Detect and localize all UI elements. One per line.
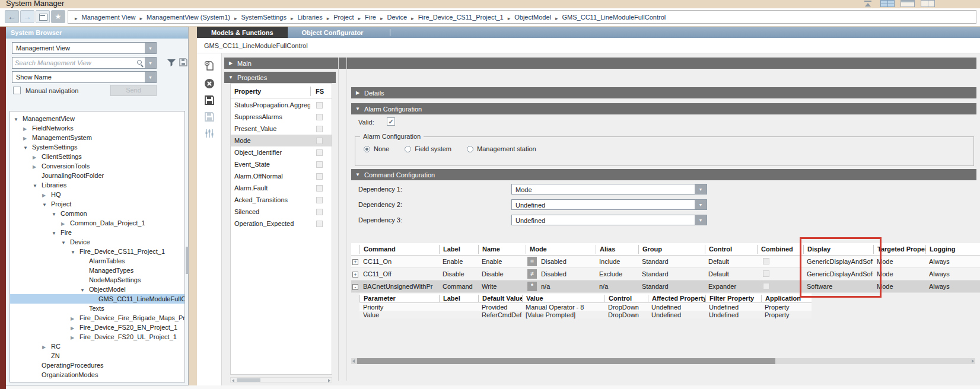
tree-item[interactable]: HQ: [10, 190, 184, 199]
expand-icon[interactable]: [224, 60, 237, 66]
dependency-select[interactable]: Mode: [511, 184, 707, 194]
column-header[interactable]: Display: [803, 245, 873, 254]
tree-item[interactable]: OrganizationModes: [10, 370, 184, 380]
search-input[interactable]: [15, 58, 128, 68]
panel-splitter[interactable]: [338, 58, 339, 381]
fs-checkbox[interactable]: [316, 126, 323, 132]
section-main[interactable]: Main: [224, 58, 976, 69]
property-row[interactable]: Acked_Transitions: [231, 194, 332, 206]
property-row[interactable]: Alarm.Fault: [231, 182, 332, 194]
view-select-dropdown-icon[interactable]: [145, 43, 156, 53]
breadcrumb-item[interactable]: ManagementView (System1): [135, 12, 230, 23]
column-header[interactable]: Parameter: [359, 295, 439, 302]
tree-item[interactable]: Common_Data_Project_1: [10, 218, 184, 228]
property-row[interactable]: Event_State: [231, 158, 332, 170]
tree-scrollbar-thumb[interactable]: [186, 247, 189, 274]
scroll-left-icon[interactable]: [352, 359, 355, 363]
tree-expander-icon[interactable]: [14, 115, 23, 125]
tree-item[interactable]: FieldNetworks: [10, 123, 184, 133]
row-expander-icon[interactable]: +: [352, 259, 358, 265]
column-header[interactable]: Control: [604, 295, 648, 302]
content-scrollbar-thumb[interactable]: [357, 358, 775, 364]
radio-icon[interactable]: [405, 146, 411, 152]
fs-checkbox[interactable]: [316, 209, 323, 215]
forward-button[interactable]: →: [20, 10, 34, 23]
content-horizontal-scrollbar[interactable]: [351, 358, 975, 364]
breadcrumb-item[interactable]: SystemSettings: [230, 12, 287, 23]
fs-checkbox[interactable]: [316, 102, 323, 109]
tree-expander-icon[interactable]: [33, 381, 42, 382]
property-row[interactable]: Alarm.OffNormal: [231, 170, 332, 182]
column-header[interactable]: Control: [705, 245, 757, 254]
property-row[interactable]: Mode: [231, 135, 332, 146]
radio-icon[interactable]: [364, 146, 370, 152]
fs-checkbox[interactable]: [316, 221, 323, 227]
tree-item[interactable]: Fire: [10, 228, 184, 237]
section-alarm-configuration[interactable]: Alarm Configuration: [351, 103, 976, 114]
command-row[interactable]: - BACnetUnsignedWithPr Command Write *n/…: [351, 280, 980, 293]
parameter-row[interactable]: Value ReferCmdDef [Value Prompted] DropD…: [359, 311, 812, 318]
tree-item[interactable]: ManagementSystem: [10, 133, 184, 142]
tree-item[interactable]: NodeMapSettings: [10, 275, 184, 285]
tree-item[interactable]: RC: [10, 342, 184, 351]
column-header[interactable]: Targeted Property: [873, 245, 925, 254]
column-header[interactable]: Label: [439, 295, 478, 302]
dependency-dropdown-icon[interactable]: [695, 184, 707, 194]
breadcrumb-item[interactable]: Fire_Device_CS11_Project_1: [407, 12, 504, 23]
column-header[interactable]: Group: [638, 245, 705, 254]
tree-item[interactable]: Fire_Device_CS11_Project_1: [10, 247, 184, 256]
properties-scrollbar-thumb[interactable]: [237, 378, 260, 382]
tree-item[interactable]: Texts: [10, 304, 184, 313]
tree-expander-icon[interactable]: [52, 229, 61, 238]
breadcrumb-item[interactable]: Project: [323, 12, 354, 23]
collapse-icon[interactable]: [351, 106, 364, 111]
dependency-dropdown-icon[interactable]: [695, 215, 707, 225]
collapse-icon[interactable]: [351, 172, 364, 177]
tree-item[interactable]: ZN: [10, 351, 184, 361]
fs-checkbox[interactable]: [316, 185, 323, 192]
single-window-layout-icon[interactable]: [901, 0, 915, 7]
tree-item[interactable]: AlarmTables: [10, 256, 184, 266]
save-as-icon[interactable]: [204, 111, 215, 122]
tree-item[interactable]: ClientSettings: [10, 152, 184, 161]
properties-horizontal-scrollbar[interactable]: [230, 377, 332, 382]
column-header[interactable]: Mode: [526, 245, 596, 254]
split-window-layout-icon[interactable]: [921, 0, 935, 7]
tree-item[interactable]: SystemSettings: [10, 142, 184, 152]
tree-item[interactable]: ConversionTools: [10, 161, 184, 171]
view-select[interactable]: Management View: [12, 42, 157, 54]
tree-item[interactable]: Fire_Device_FS20_UL_Project_1: [10, 332, 184, 342]
new-document-icon[interactable]: [204, 60, 215, 71]
combined-checkbox[interactable]: [763, 270, 769, 277]
command-row[interactable]: + CC11_On Enable Enable =Disabled Includ…: [351, 256, 980, 268]
fs-checkbox[interactable]: [316, 114, 323, 120]
tree-item[interactable]: Fire_Device_Fire_Brigade_Maps_Project_1: [10, 313, 184, 323]
column-header[interactable]: Filter Property: [705, 295, 761, 302]
tree-vertical-scrollbar[interactable]: [186, 111, 189, 382]
dependency-select[interactable]: Undefined: [511, 215, 707, 225]
send-button[interactable]: Send: [110, 85, 157, 96]
row-expander-icon[interactable]: +: [352, 272, 358, 278]
expand-icon[interactable]: [351, 90, 364, 95]
breadcrumb-item[interactable]: Libraries: [287, 12, 323, 23]
combined-checkbox[interactable]: [763, 283, 769, 289]
section-properties[interactable]: Properties: [224, 72, 336, 83]
column-header[interactable]: Value: [522, 295, 604, 302]
combined-checkbox[interactable]: [763, 258, 769, 264]
scroll-left-icon[interactable]: [232, 379, 234, 382]
tree-item[interactable]: Common: [10, 209, 184, 218]
fs-checkbox[interactable]: [316, 161, 323, 168]
favorites-button[interactable]: ★: [51, 10, 65, 23]
tree-item[interactable]: Project: [10, 199, 184, 209]
back-button[interactable]: ←: [5, 10, 19, 23]
column-header[interactable]: Default Value: [478, 295, 522, 302]
breadcrumb-item[interactable]: Device: [376, 12, 407, 23]
tree-expander-icon[interactable]: [42, 200, 51, 210]
command-row[interactable]: + CC11_Off Disable Disable ≠Disabled Exc…: [351, 268, 980, 280]
property-row[interactable]: StatusPropagation.Aggregat: [231, 99, 332, 111]
tree-item[interactable]: Fire_Device_FS20_EN_Project_1: [10, 323, 184, 332]
tree-item[interactable]: OperatingProcedures: [10, 361, 184, 370]
tree-item[interactable]: GMS_CC11_LineModuleFullControl: [10, 294, 184, 304]
breadcrumb-item[interactable]: Fire: [354, 12, 376, 23]
scroll-right-icon[interactable]: [328, 379, 330, 382]
